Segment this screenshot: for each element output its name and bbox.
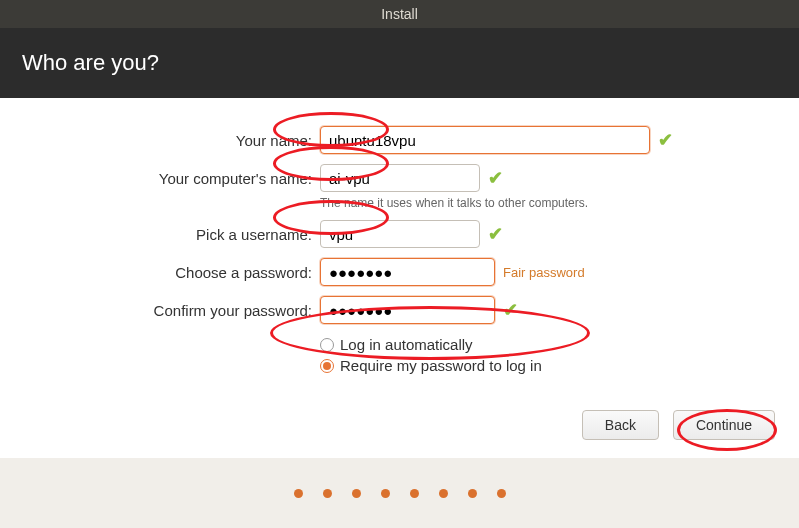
username-label: Pick a username: [30,226,320,243]
computer-label: Your computer's name: [30,170,320,187]
radio-icon [320,359,334,373]
progress-dot-icon [410,489,419,498]
auto-login-label: Log in automatically [340,336,473,353]
continue-button[interactable]: Continue [673,410,775,440]
computer-input[interactable] [320,164,480,192]
page-title: Who are you? [22,50,159,76]
confirm-label: Confirm your password: [30,302,320,319]
password-strength: Fair password [503,265,585,280]
auto-login-radio[interactable]: Log in automatically [320,336,769,353]
progress-dots [0,458,799,528]
progress-dot-icon [439,489,448,498]
username-input[interactable] [320,220,480,248]
progress-dot-icon [497,489,506,498]
radio-icon [320,338,334,352]
progress-dot-icon [381,489,390,498]
progress-dot-icon [323,489,332,498]
form-content: Your name: ✔ Your computer's name: ✔ The… [0,98,799,458]
check-icon: ✔ [503,299,518,321]
require-password-radio[interactable]: Require my password to log in [320,357,769,374]
progress-dot-icon [468,489,477,498]
name-label: Your name: [30,132,320,149]
password-input[interactable] [320,258,495,286]
window-titlebar: Install [0,0,799,28]
back-button[interactable]: Back [582,410,659,440]
name-input[interactable] [320,126,650,154]
computer-hint: The name it uses when it talks to other … [320,196,769,210]
check-icon: ✔ [488,223,503,245]
check-icon: ✔ [658,129,673,151]
require-password-label: Require my password to log in [340,357,542,374]
check-icon: ✔ [488,167,503,189]
window-title: Install [381,6,418,22]
progress-dot-icon [352,489,361,498]
confirm-input[interactable] [320,296,495,324]
progress-dot-icon [294,489,303,498]
page-header: Who are you? [0,28,799,98]
password-label: Choose a password: [30,264,320,281]
